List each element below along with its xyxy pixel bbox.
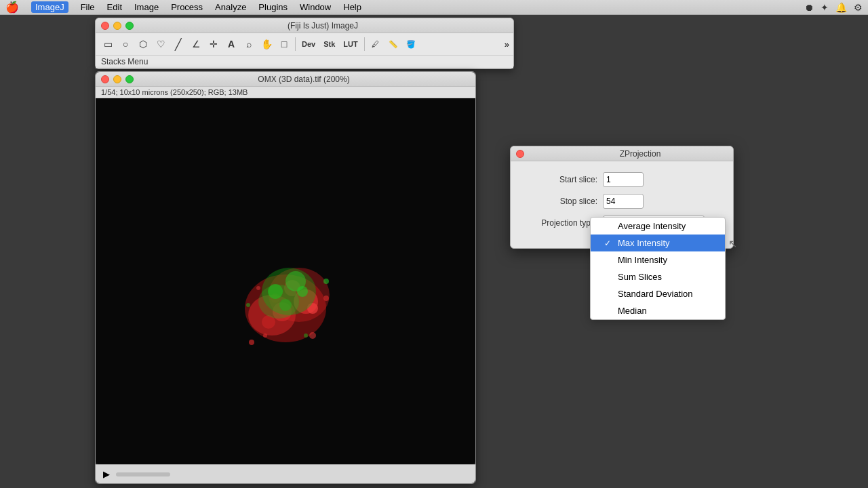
menu-plugins[interactable]: Plugins: [258, 2, 288, 12]
dropdown-label-stddev: Standard Deviation: [618, 289, 693, 299]
menu-process[interactable]: Process: [171, 2, 203, 12]
menu-imagej[interactable]: ImageJ: [31, 1, 68, 13]
text-tool[interactable]: A: [223, 36, 239, 52]
rect-selection-tool[interactable]: □: [276, 36, 292, 52]
toolbar-separator-2: [364, 37, 365, 51]
maximize-button[interactable]: [125, 22, 134, 30]
more-tools-btn[interactable]: »: [505, 39, 509, 49]
imagej-main-window: (Fiji Is Just) ImageJ ▭ ○ ⬡ ♡ ╱ ∠ ✛ A ⌕ …: [95, 18, 514, 69]
dev-tool[interactable]: Dev: [298, 39, 319, 49]
menu-analyze[interactable]: Analyze: [215, 2, 246, 12]
close-button[interactable]: [101, 22, 109, 30]
imagej-window-title: (Fiji Is Just) ImageJ: [138, 21, 508, 30]
dropbox-icon: ✦: [821, 2, 829, 13]
svg-point-17: [309, 332, 316, 339]
notification-icon: 🔔: [835, 2, 847, 13]
point-tool[interactable]: ✛: [205, 36, 222, 52]
extra-icon: ⚙: [854, 2, 863, 13]
image-minimize-button[interactable]: [113, 75, 121, 83]
color-picker-tool[interactable]: 🖊: [368, 36, 384, 52]
magnify-tool[interactable]: ⌕: [241, 36, 257, 52]
rectangle-tool[interactable]: ▭: [100, 36, 116, 52]
stk-tool[interactable]: Stk: [320, 39, 338, 49]
dropdown-item-max[interactable]: ✓ Max Intensity ↖: [591, 235, 725, 251]
frame-slider[interactable]: [116, 472, 170, 476]
dropdown-item-median[interactable]: Median: [591, 302, 725, 319]
imagej-titlebar: (Fiji Is Just) ImageJ: [96, 18, 513, 33]
cursor-icon: ↖: [728, 237, 737, 249]
projection-type-dropdown-menu: Average Intensity ✓ Max Intensity ↖ Min …: [590, 217, 726, 320]
start-slice-label: Start slice:: [521, 175, 603, 184]
dropdown-label-sum: Sum Slices: [618, 272, 662, 282]
dropdown-item-average[interactable]: Average Intensity: [591, 218, 725, 235]
paint-tool[interactable]: 🪣: [403, 36, 419, 52]
dropdown-label-median: Median: [618, 306, 647, 316]
line-tool[interactable]: ╱: [170, 36, 186, 52]
svg-point-21: [246, 303, 250, 307]
menu-file[interactable]: File: [81, 2, 95, 12]
svg-point-13: [268, 284, 283, 299]
menu-help[interactable]: Help: [343, 2, 361, 12]
svg-point-19: [323, 296, 329, 301]
dropdown-item-stddev[interactable]: Standard Deviation: [591, 285, 725, 302]
image-canvas: [96, 98, 475, 464]
hand-tool[interactable]: ✋: [258, 36, 275, 52]
play-button[interactable]: ▶: [101, 469, 112, 480]
svg-point-15: [297, 286, 308, 297]
toolbar-separator-1: [295, 37, 296, 51]
polygon-tool[interactable]: ⬡: [135, 36, 151, 52]
menubar: 🍎 ImageJ File Edit Image Process Analyze…: [0, 0, 868, 15]
angle-tool[interactable]: ∠: [188, 36, 204, 52]
svg-point-14: [279, 299, 292, 311]
svg-point-18: [256, 286, 260, 290]
stop-slice-label: Stop slice:: [521, 197, 603, 206]
freehand-tool[interactable]: ♡: [153, 36, 169, 52]
image-close-button[interactable]: [101, 75, 109, 83]
zprojection-close-button[interactable]: [516, 150, 524, 158]
oval-tool[interactable]: ○: [117, 36, 134, 52]
svg-point-16: [249, 340, 254, 345]
stop-slice-input[interactable]: [603, 194, 644, 209]
zprojection-placeholder-2: [540, 150, 549, 158]
svg-point-20: [263, 333, 267, 338]
menu-window[interactable]: Window: [300, 2, 331, 12]
svg-point-22: [323, 279, 329, 284]
stop-slice-row: Stop slice:: [521, 194, 722, 209]
lut-tool[interactable]: LUT: [340, 39, 361, 49]
dropdown-item-sum[interactable]: Sum Slices: [591, 268, 725, 285]
minimize-button[interactable]: [113, 22, 121, 30]
image-window: OMX (3D data).tif (200%) 1/54; 10x10 mic…: [95, 71, 476, 484]
dropdown-label-min: Min Intensity: [618, 255, 667, 265]
zprojection-title-label: ZProjection: [553, 149, 728, 159]
menubar-right: ⏺ ✦ 🔔 ⚙: [804, 2, 863, 13]
dropdown-item-min[interactable]: Min Intensity: [591, 251, 725, 268]
menu-edit[interactable]: Edit: [107, 2, 122, 12]
zprojection-titlebar: ZProjection: [511, 146, 733, 161]
start-slice-row: Start slice:: [521, 172, 722, 187]
dropdown-label-max: Max Intensity: [618, 238, 670, 248]
zprojection-placeholder-1: [528, 150, 536, 158]
dropdown-label-average: Average Intensity: [618, 221, 686, 231]
apple-menu[interactable]: 🍎: [5, 1, 19, 14]
image-window-title: OMX (3D data).tif (200%): [138, 75, 470, 84]
checkmark-max: ✓: [604, 239, 614, 248]
image-maximize-button[interactable]: [125, 75, 134, 83]
image-playback-bar: ▶: [96, 464, 475, 483]
imagej-toolbar: ▭ ○ ⬡ ♡ ╱ ∠ ✛ A ⌕ ✋ □ Dev Stk LUT 🖊 📏 🪣 …: [96, 33, 513, 56]
record-icon: ⏺: [804, 2, 814, 13]
measure-tool[interactable]: 📏: [385, 36, 401, 52]
svg-point-23: [304, 333, 308, 338]
microscopy-image: [96, 98, 475, 464]
menu-image[interactable]: Image: [134, 2, 159, 12]
image-window-titlebar: OMX (3D data).tif (200%): [96, 72, 475, 87]
start-slice-input[interactable]: [603, 172, 644, 187]
image-info-bar: 1/54; 10x10 microns (250x250); RGB; 13MB: [96, 87, 475, 98]
stacks-menu-label[interactable]: Stacks Menu: [96, 56, 513, 68]
